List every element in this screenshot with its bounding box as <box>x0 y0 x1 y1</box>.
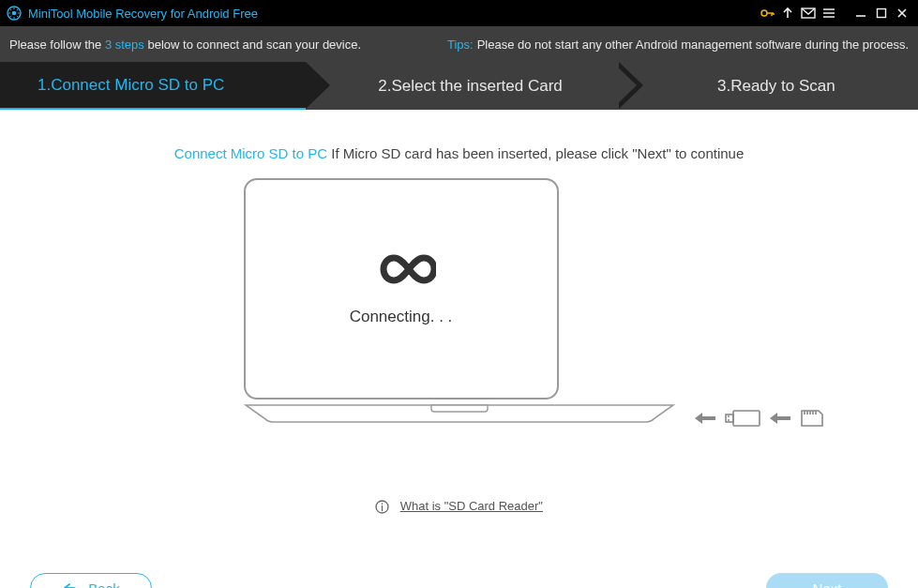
illustration-stage: Connecting. . . <box>0 178 918 460</box>
tips-label: Tips: <box>447 38 474 52</box>
info-right: Tips:Please do not start any other Andro… <box>447 38 909 52</box>
infinity-icon <box>367 251 436 291</box>
sd-card-icon <box>800 409 824 431</box>
step-bar: 1.Connect Micro SD to PC 2.Select the in… <box>0 62 918 110</box>
upload-icon[interactable] <box>777 3 798 23</box>
next-button-label: Next <box>813 580 842 589</box>
menu-icon[interactable] <box>819 3 839 23</box>
usb-reader-icon <box>725 409 760 431</box>
step-1[interactable]: 1.Connect Micro SD to PC <box>0 62 306 110</box>
laptop-base <box>244 403 675 422</box>
info-left: Please follow the 3 steps below to conne… <box>9 38 361 52</box>
arrow-left-icon <box>695 412 715 429</box>
info-bar: Please follow the 3 steps below to conne… <box>0 26 918 62</box>
main-area: Connect Micro SD to PC If Micro SD card … <box>0 145 918 588</box>
device-flow-icons <box>695 409 824 431</box>
instruction-rest: If Micro SD card has been inserted, plea… <box>327 145 744 161</box>
help-link[interactable]: What is "SD Card Reader" <box>400 499 543 513</box>
laptop-screen: Connecting. . . <box>244 178 559 400</box>
step-3[interactable]: 3.Ready to Scan <box>612 62 918 110</box>
info-left-post: below to connect and scan your device. <box>144 38 361 52</box>
tips-text: Please do not start any other Android ma… <box>477 38 909 52</box>
svg-rect-4 <box>878 9 886 18</box>
instruction-text: Connect Micro SD to PC If Micro SD card … <box>0 145 918 161</box>
back-button-label: Back <box>88 580 119 589</box>
step-1-label: 1.Connect Micro SD to PC <box>0 76 224 95</box>
titlebar: MiniTool Mobile Recovery for Android Fre… <box>0 0 918 26</box>
back-button[interactable]: Back <box>30 573 152 588</box>
step-3-label: 3.Ready to Scan <box>695 77 835 96</box>
info-left-hl: 3 steps <box>105 38 144 52</box>
next-button: Next <box>766 573 888 588</box>
minimize-button[interactable] <box>850 3 871 23</box>
back-arrow-icon <box>62 582 79 588</box>
help-row: What is "SD Card Reader" <box>0 499 918 514</box>
step-2[interactable]: 2.Select the inserted Card <box>306 62 611 110</box>
instruction-highlight: Connect Micro SD to PC <box>174 145 327 161</box>
mail-icon[interactable] <box>798 3 819 23</box>
button-row: Back Next <box>0 573 918 588</box>
info-icon <box>375 500 389 514</box>
info-left-pre: Please follow the <box>9 38 105 52</box>
laptop-illustration: Connecting. . . <box>244 178 675 422</box>
status-text: Connecting. . . <box>350 308 453 326</box>
app-title: MiniTool Mobile Recovery for Android Fre… <box>28 7 258 21</box>
svg-rect-5 <box>733 411 760 426</box>
svg-point-2 <box>761 10 767 16</box>
arrow-left-icon-2 <box>770 412 790 429</box>
app-logo-icon <box>6 5 23 22</box>
step-2-label: 2.Select the inserted Card <box>355 77 563 96</box>
maximize-button[interactable] <box>871 3 892 23</box>
close-button[interactable] <box>892 3 912 23</box>
svg-point-1 <box>12 11 17 16</box>
key-icon[interactable] <box>757 3 777 23</box>
